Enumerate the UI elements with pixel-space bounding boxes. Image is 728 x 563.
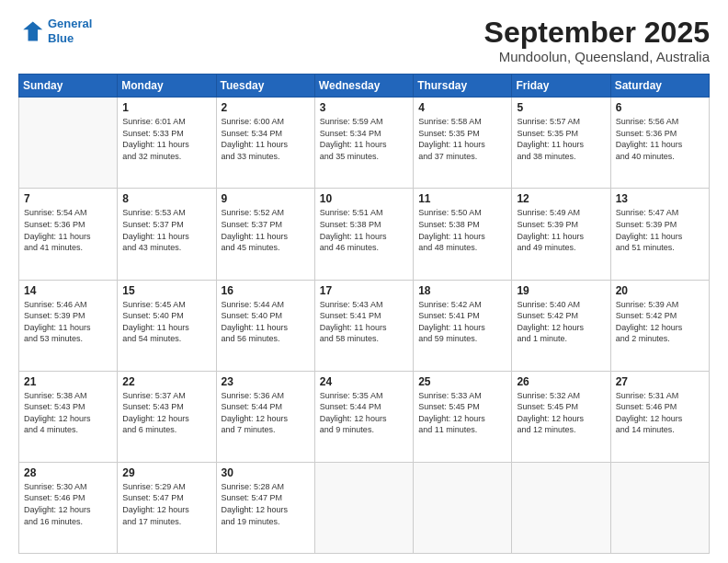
day-info: Sunrise: 5:42 AM Sunset: 5:41 PM Dayligh… — [418, 299, 506, 345]
day-info: Sunrise: 6:00 AM Sunset: 5:34 PM Dayligh… — [222, 116, 310, 162]
day-info: Sunrise: 5:32 AM Sunset: 5:45 PM Dayligh… — [517, 390, 605, 436]
calendar-week-row: 28Sunrise: 5:30 AM Sunset: 5:46 PM Dayli… — [19, 462, 710, 553]
day-info: Sunrise: 5:51 AM Sunset: 5:38 PM Dayligh… — [320, 207, 408, 253]
table-row: 8Sunrise: 5:53 AM Sunset: 5:37 PM Daylig… — [118, 189, 216, 280]
logo-line1: General — [48, 17, 92, 30]
calendar-week-row: 1Sunrise: 6:01 AM Sunset: 5:33 PM Daylig… — [19, 98, 710, 189]
day-info: Sunrise: 5:50 AM Sunset: 5:38 PM Dayligh… — [418, 207, 506, 253]
table-row: 17Sunrise: 5:43 AM Sunset: 5:41 PM Dayli… — [314, 280, 413, 371]
table-row: 28Sunrise: 5:30 AM Sunset: 5:46 PM Dayli… — [19, 462, 118, 553]
table-row: 22Sunrise: 5:37 AM Sunset: 5:43 PM Dayli… — [118, 371, 216, 462]
day-number: 29 — [122, 466, 210, 479]
calendar-week-row: 7Sunrise: 5:54 AM Sunset: 5:36 PM Daylig… — [19, 189, 710, 280]
table-row — [610, 462, 709, 553]
day-info: Sunrise: 5:40 AM Sunset: 5:42 PM Dayligh… — [517, 299, 605, 345]
table-row — [512, 462, 610, 553]
day-number: 7 — [24, 192, 112, 205]
header-wednesday: Wednesday — [314, 75, 413, 98]
table-row: 12Sunrise: 5:49 AM Sunset: 5:39 PM Dayli… — [512, 189, 610, 280]
header-monday: Monday — [118, 75, 216, 98]
day-number: 17 — [320, 284, 408, 297]
table-row — [314, 462, 413, 553]
day-number: 3 — [320, 101, 408, 114]
day-info: Sunrise: 5:44 AM Sunset: 5:40 PM Dayligh… — [222, 299, 310, 345]
day-info: Sunrise: 5:57 AM Sunset: 5:35 PM Dayligh… — [517, 116, 605, 162]
header-thursday: Thursday — [414, 75, 512, 98]
table-row: 25Sunrise: 5:33 AM Sunset: 5:45 PM Dayli… — [414, 371, 512, 462]
logo-text: General Blue — [48, 17, 92, 45]
day-number: 28 — [24, 466, 112, 479]
day-number: 19 — [517, 284, 605, 297]
day-info: Sunrise: 5:29 AM Sunset: 5:47 PM Dayligh… — [122, 481, 210, 527]
day-info: Sunrise: 6:01 AM Sunset: 5:33 PM Dayligh… — [122, 116, 210, 162]
title-block: September 2025 Mundoolun, Queensland, Au… — [484, 17, 710, 64]
day-number: 20 — [616, 284, 704, 297]
table-row: 4Sunrise: 5:58 AM Sunset: 5:35 PM Daylig… — [414, 98, 512, 189]
day-number: 10 — [320, 192, 408, 205]
day-number: 6 — [616, 101, 704, 114]
table-row — [414, 462, 512, 553]
day-number: 15 — [122, 284, 210, 297]
calendar-header-row: Sunday Monday Tuesday Wednesday Thursday… — [19, 75, 710, 98]
day-number: 5 — [517, 101, 605, 114]
table-row: 29Sunrise: 5:29 AM Sunset: 5:47 PM Dayli… — [118, 462, 216, 553]
day-info: Sunrise: 5:33 AM Sunset: 5:45 PM Dayligh… — [418, 390, 506, 436]
day-number: 23 — [222, 375, 310, 388]
table-row — [19, 98, 118, 189]
month-title: September 2025 — [484, 17, 710, 49]
calendar-week-row: 21Sunrise: 5:38 AM Sunset: 5:43 PM Dayli… — [19, 371, 710, 462]
day-number: 13 — [616, 192, 704, 205]
day-info: Sunrise: 5:46 AM Sunset: 5:39 PM Dayligh… — [24, 299, 112, 345]
day-info: Sunrise: 5:53 AM Sunset: 5:37 PM Dayligh… — [122, 207, 210, 253]
header: General Blue September 2025 Mundoolun, Q… — [18, 17, 710, 64]
day-number: 14 — [24, 284, 112, 297]
day-number: 11 — [418, 192, 506, 205]
day-number: 1 — [122, 101, 210, 114]
day-number: 27 — [616, 375, 704, 388]
day-info: Sunrise: 5:39 AM Sunset: 5:42 PM Dayligh… — [616, 299, 704, 345]
day-info: Sunrise: 5:30 AM Sunset: 5:46 PM Dayligh… — [24, 481, 112, 527]
day-info: Sunrise: 5:31 AM Sunset: 5:46 PM Dayligh… — [616, 390, 704, 436]
day-info: Sunrise: 5:35 AM Sunset: 5:44 PM Dayligh… — [320, 390, 408, 436]
day-info: Sunrise: 5:52 AM Sunset: 5:37 PM Dayligh… — [222, 207, 310, 253]
day-number: 9 — [222, 192, 310, 205]
table-row: 15Sunrise: 5:45 AM Sunset: 5:40 PM Dayli… — [118, 280, 216, 371]
header-friday: Friday — [512, 75, 610, 98]
table-row: 5Sunrise: 5:57 AM Sunset: 5:35 PM Daylig… — [512, 98, 610, 189]
logo-line2: Blue — [48, 31, 74, 45]
day-number: 26 — [517, 375, 605, 388]
table-row: 21Sunrise: 5:38 AM Sunset: 5:43 PM Dayli… — [19, 371, 118, 462]
day-number: 22 — [122, 375, 210, 388]
day-info: Sunrise: 5:49 AM Sunset: 5:39 PM Dayligh… — [517, 207, 605, 253]
table-row: 11Sunrise: 5:50 AM Sunset: 5:38 PM Dayli… — [414, 189, 512, 280]
table-row: 23Sunrise: 5:36 AM Sunset: 5:44 PM Dayli… — [216, 371, 314, 462]
day-number: 30 — [222, 466, 310, 479]
header-sunday: Sunday — [19, 75, 118, 98]
day-number: 24 — [320, 375, 408, 388]
table-row: 3Sunrise: 5:59 AM Sunset: 5:34 PM Daylig… — [314, 98, 413, 189]
day-info: Sunrise: 5:36 AM Sunset: 5:44 PM Dayligh… — [222, 390, 310, 436]
day-info: Sunrise: 5:28 AM Sunset: 5:47 PM Dayligh… — [222, 481, 310, 527]
table-row: 20Sunrise: 5:39 AM Sunset: 5:42 PM Dayli… — [610, 280, 709, 371]
table-row: 19Sunrise: 5:40 AM Sunset: 5:42 PM Dayli… — [512, 280, 610, 371]
table-row: 24Sunrise: 5:35 AM Sunset: 5:44 PM Dayli… — [314, 371, 413, 462]
table-row: 30Sunrise: 5:28 AM Sunset: 5:47 PM Dayli… — [216, 462, 314, 553]
calendar-table: Sunday Monday Tuesday Wednesday Thursday… — [18, 74, 710, 554]
table-row: 27Sunrise: 5:31 AM Sunset: 5:46 PM Dayli… — [610, 371, 709, 462]
day-number: 25 — [418, 375, 506, 388]
table-row: 1Sunrise: 6:01 AM Sunset: 5:33 PM Daylig… — [118, 98, 216, 189]
table-row: 7Sunrise: 5:54 AM Sunset: 5:36 PM Daylig… — [19, 189, 118, 280]
day-info: Sunrise: 5:47 AM Sunset: 5:39 PM Dayligh… — [616, 207, 704, 253]
day-number: 4 — [418, 101, 506, 114]
day-number: 2 — [222, 101, 310, 114]
day-info: Sunrise: 5:37 AM Sunset: 5:43 PM Dayligh… — [122, 390, 210, 436]
calendar-week-row: 14Sunrise: 5:46 AM Sunset: 5:39 PM Dayli… — [19, 280, 710, 371]
table-row: 2Sunrise: 6:00 AM Sunset: 5:34 PM Daylig… — [216, 98, 314, 189]
day-info: Sunrise: 5:56 AM Sunset: 5:36 PM Dayligh… — [616, 116, 704, 162]
day-info: Sunrise: 5:59 AM Sunset: 5:34 PM Dayligh… — [320, 116, 408, 162]
table-row: 26Sunrise: 5:32 AM Sunset: 5:45 PM Dayli… — [512, 371, 610, 462]
header-tuesday: Tuesday — [216, 75, 314, 98]
table-row: 9Sunrise: 5:52 AM Sunset: 5:37 PM Daylig… — [216, 189, 314, 280]
table-row: 13Sunrise: 5:47 AM Sunset: 5:39 PM Dayli… — [610, 189, 709, 280]
day-number: 12 — [517, 192, 605, 205]
